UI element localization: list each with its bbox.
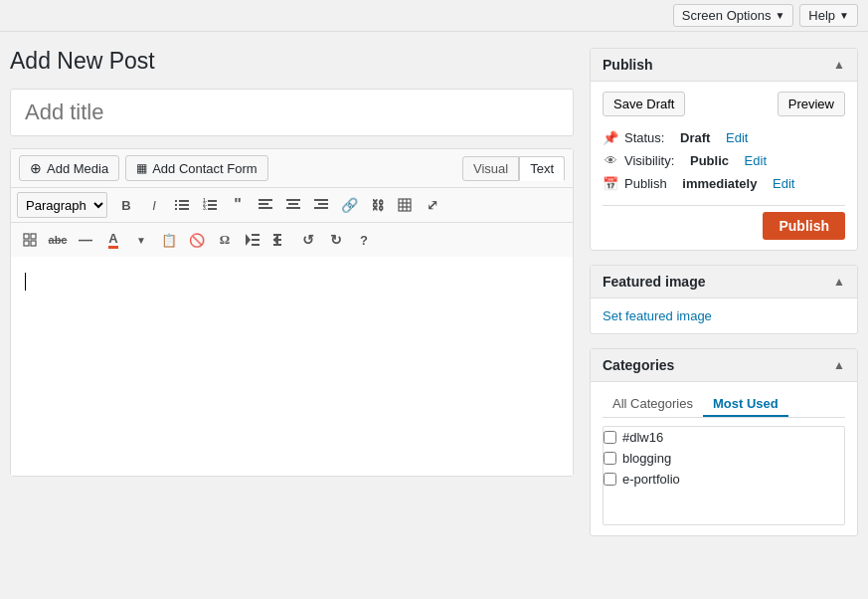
help-icon-button[interactable]: ? [351,227,377,253]
paste-plain-button[interactable]: 📋 [156,227,182,253]
tab-text[interactable]: Text [519,156,565,181]
svg-rect-20 [314,207,328,209]
categories-scroll-area[interactable]: #dlw16 blogging e-portfolio [603,426,845,525]
publish-timing: immediately [682,176,757,191]
categories-chevron: ▲ [833,358,845,372]
strikethrough-button[interactable]: abc [45,227,71,253]
svg-rect-18 [314,199,328,201]
visibility-value: Public [690,153,729,168]
preview-button[interactable]: Preview [778,92,845,116]
list-item: #dlw16 [604,427,840,448]
categories-list: #dlw16 blogging e-portfolio [604,427,844,490]
align-left-button[interactable] [253,192,278,218]
blockquote-button[interactable]: " [225,192,251,218]
featured-image-chevron: ▲ [833,275,845,289]
status-edit-link[interactable]: Edit [726,130,748,145]
redo-button[interactable]: ↻ [323,227,349,253]
publish-panel-header[interactable]: Publish ▲ [591,49,857,82]
svg-rect-11 [208,208,217,210]
unordered-list-button[interactable] [169,192,195,218]
tab-most-used[interactable]: Most Used [703,392,788,417]
set-featured-image-link[interactable]: Set featured image [603,308,712,323]
svg-rect-37 [273,244,281,246]
media-icon: ⊕ [30,160,42,176]
chevron-down-icon: ▼ [775,10,784,21]
help-button[interactable]: Help ▼ [799,4,858,27]
screen-options-button[interactable]: Screen Options ▼ [673,4,794,27]
paragraph-select[interactable]: Paragraph [17,192,107,218]
tab-all-categories[interactable]: All Categories [603,392,703,417]
category-checkbox-dlw16[interactable] [604,431,616,444]
special-char-button[interactable]: Ω [212,227,238,253]
svg-rect-19 [318,203,328,205]
text-color-picker-button[interactable]: ▼ [128,227,154,253]
add-media-label: Add Media [47,161,108,176]
svg-rect-2 [175,204,177,206]
bold-button[interactable]: B [113,192,139,218]
indent-button[interactable] [240,227,265,253]
outdent-button[interactable] [267,227,293,253]
publish-label: Publish [624,176,667,191]
publish-button[interactable]: Publish [763,212,845,240]
ordered-list-button[interactable]: 1.2.3. [197,192,223,218]
svg-rect-17 [286,207,300,209]
featured-image-panel-header[interactable]: Featured image ▲ [591,266,857,299]
undo-button[interactable]: ↺ [295,227,321,253]
publish-footer: Publish [603,205,845,240]
svg-rect-33 [252,244,260,246]
visibility-icon: 👁 [603,153,618,168]
editor-view-tabs: Visual Text [462,156,565,181]
main-content: Add New Post ⊕ Add Media ▦ Add Contact F… [10,48,574,550]
publish-timing-icon: 📅 [603,176,618,191]
featured-image-panel: Featured image ▲ Set featured image [590,265,858,334]
publish-actions: Save Draft Preview [603,92,845,116]
publish-panel-title: Publish [603,57,653,73]
publish-panel-body: Save Draft Preview 📌 Status: Draft Edit … [591,82,857,250]
visibility-label: Visibility: [624,153,674,168]
svg-rect-27 [31,234,36,239]
align-center-button[interactable] [280,192,306,218]
fullscreen-button[interactable]: ⤢ [420,192,445,218]
svg-rect-7 [208,200,217,202]
post-title-input[interactable] [10,89,574,136]
list-item: blogging [604,448,840,469]
insert-link-button[interactable]: 🔗 [336,192,362,218]
align-right-button[interactable] [308,192,334,218]
clear-formatting-button[interactable]: 🚫 [184,227,210,253]
text-cursor [25,273,26,291]
publish-timing-edit-link[interactable]: Edit [773,176,794,191]
category-name-dlw16: #dlw16 [622,430,663,445]
horizontal-rule-button[interactable]: — [73,227,98,253]
featured-image-title: Featured image [603,274,705,290]
insert-table-button[interactable] [392,192,418,218]
publish-timing-meta: 📅 Publish immediately Edit [603,172,845,195]
categories-panel-header[interactable]: Categories ▲ [591,349,857,382]
add-media-button[interactable]: ⊕ Add Media [19,155,119,181]
editor-body[interactable] [11,257,573,476]
category-tabs: All Categories Most Used [603,392,845,418]
category-checkbox-blogging[interactable] [604,452,616,465]
add-contact-form-button[interactable]: ▦ Add Contact Form [125,155,268,181]
svg-rect-32 [252,239,260,241]
save-draft-button[interactable]: Save Draft [603,92,685,116]
publish-meta-list: 📌 Status: Draft Edit 👁 Visibility: Publi… [603,126,845,195]
sidebar: Publish ▲ Save Draft Preview 📌 Status: [590,48,858,550]
text-color-button[interactable]: A [100,227,126,253]
svg-rect-1 [179,200,189,202]
visibility-edit-link[interactable]: Edit [745,153,767,168]
category-name-eportfolio: e-portfolio [622,472,680,487]
tab-visual[interactable]: Visual [462,156,519,181]
svg-rect-5 [179,208,189,210]
unlink-button[interactable]: ⛓ [364,192,390,218]
categories-title: Categories [603,357,674,373]
svg-rect-12 [259,199,272,201]
svg-rect-35 [273,234,281,236]
category-checkbox-eportfolio[interactable] [604,473,616,486]
publish-panel-chevron: ▲ [833,58,845,72]
kitchensink-toggle-button[interactable] [17,227,43,253]
svg-rect-0 [175,200,177,202]
list-item: e-portfolio [604,469,840,490]
chevron-down-icon: ▼ [839,10,849,21]
featured-image-panel-body: Set featured image [591,299,857,333]
italic-button[interactable]: I [141,192,167,218]
